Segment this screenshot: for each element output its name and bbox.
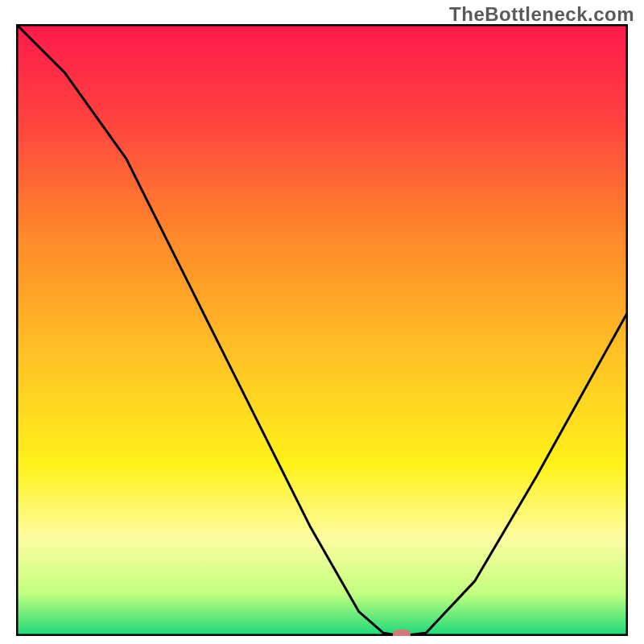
bottleneck-chart: TheBottleneck.com — [0, 0, 644, 644]
current-config-marker — [393, 630, 411, 636]
plot-svg — [16, 24, 628, 636]
plot-area — [16, 24, 628, 636]
watermark-label: TheBottleneck.com — [449, 3, 634, 26]
plot-background — [16, 24, 628, 636]
